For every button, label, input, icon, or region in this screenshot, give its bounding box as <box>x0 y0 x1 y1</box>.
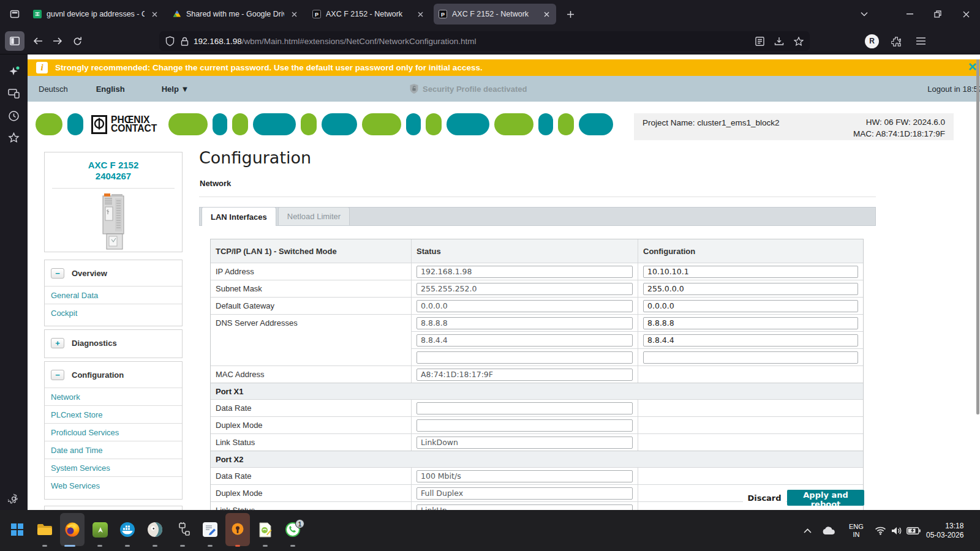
config-default-gateway-input[interactable] <box>643 300 858 312</box>
sidebar-link-web-services[interactable]: Web Services <box>45 476 182 494</box>
openvpn-icon[interactable] <box>225 513 250 546</box>
device-order-number: 2404267 <box>45 171 182 182</box>
circular-app-icon[interactable] <box>143 513 167 546</box>
sidebar-link-cockpit[interactable]: Cockpit <box>45 304 182 321</box>
extensions-puzzle-icon[interactable] <box>886 31 906 51</box>
status-dns-1-input[interactable] <box>417 317 633 329</box>
expand-toggle-icon[interactable]: + <box>51 338 64 348</box>
file-explorer-icon[interactable] <box>32 513 57 546</box>
status-ip-address-input[interactable] <box>417 266 633 278</box>
language-indicator[interactable]: ENGIN <box>849 510 864 551</box>
tracking-shield-icon[interactable] <box>165 36 175 47</box>
sidebar-link-proficloud-services[interactable]: Proficloud Services <box>45 423 182 441</box>
menu-hamburger-icon[interactable] <box>911 31 930 51</box>
url-host[interactable]: 192.168.1.98 <box>194 37 242 46</box>
sidebar-link-plcnext-store[interactable]: PLCnext Store <box>45 405 182 423</box>
tab-netload-limiter[interactable]: Netload Limiter <box>278 207 350 225</box>
status-x1-duplex-mode-input[interactable] <box>417 419 633 432</box>
overview-header[interactable]: − Overview <box>45 260 182 286</box>
banner-close-icon[interactable] <box>968 62 977 71</box>
diagnostics-header[interactable]: + Diagnostics <box>45 330 182 356</box>
back-button[interactable] <box>28 31 48 51</box>
status-subnet-mask-input[interactable] <box>417 283 633 295</box>
config-dns-3-input[interactable] <box>643 351 858 364</box>
status-x1-data-rate-input[interactable] <box>417 402 633 414</box>
start-button[interactable] <box>5 513 29 546</box>
row-label-dns-1: DNS Server Addresses <box>211 314 411 331</box>
reload-button[interactable] <box>67 31 87 51</box>
status-x2-data-rate-input[interactable] <box>417 470 633 482</box>
tab-close-icon[interactable] <box>289 9 299 19</box>
ai-chat-icon[interactable] <box>8 66 20 78</box>
sidebar-link-system-services[interactable]: System Services <box>45 459 182 476</box>
new-tab-button[interactable] <box>561 5 579 23</box>
settings-gear-icon[interactable] <box>8 493 20 504</box>
config-subnet-mask-input[interactable] <box>643 283 858 295</box>
restore-button[interactable] <box>924 2 952 26</box>
bookmark-star-icon[interactable] <box>794 37 804 46</box>
tab-close-icon[interactable] <box>415 9 425 19</box>
history-clock-icon[interactable] <box>8 110 20 122</box>
apply-and-reboot-button[interactable]: Apply and reboot <box>787 490 864 506</box>
tab-close-icon[interactable] <box>541 9 551 19</box>
configuration-header[interactable]: − Configuration <box>45 362 182 388</box>
blue-editor-icon[interactable] <box>198 513 222 546</box>
language-deutsch[interactable]: Deutsch <box>39 84 68 94</box>
tab-drive[interactable]: Shared with me - Google Drive <box>168 4 304 24</box>
docker-icon[interactable] <box>115 513 140 546</box>
sidebar-link-network[interactable]: Network <box>45 388 182 405</box>
bookmarks-star-icon[interactable] <box>8 132 20 143</box>
tab-close-icon[interactable] <box>149 9 159 19</box>
status-dns-2-input[interactable] <box>417 334 633 347</box>
config-cell-x2-data-rate <box>638 467 863 484</box>
language-english[interactable]: English <box>96 84 125 94</box>
sidebar-link-date-and-time[interactable]: Date and Time <box>45 441 182 459</box>
tab-sheets[interactable]: guvnl device ip addresses - Goo <box>28 4 164 24</box>
connection-lock-icon[interactable] <box>181 37 189 46</box>
logo-pill <box>406 113 421 135</box>
collapse-toggle-icon[interactable]: − <box>51 370 64 380</box>
sidebar-toggle-icon[interactable] <box>5 31 24 51</box>
save-page-icon[interactable] <box>774 37 784 46</box>
page-scrollbar[interactable] <box>976 59 979 414</box>
status-mac-address-input[interactable] <box>417 369 633 381</box>
tab-axc-network-1[interactable]: P AXC F 2152 - Network <box>307 4 430 24</box>
reader-mode-icon[interactable] <box>755 37 764 46</box>
tray-chevron-icon[interactable] <box>804 510 812 551</box>
wifi-icon[interactable] <box>875 510 886 551</box>
config-dns-2-input[interactable] <box>643 334 858 347</box>
collapse-toggle-icon[interactable]: − <box>51 268 64 279</box>
tab-lan-interfaces[interactable]: LAN Interfaces <box>202 207 276 226</box>
status-x2-duplex-mode-input[interactable] <box>417 487 633 500</box>
account-button[interactable]: R <box>865 34 879 48</box>
battery-icon[interactable] <box>907 510 921 551</box>
notepadpp-icon[interactable] <box>253 513 277 546</box>
tab-manager-icon[interactable] <box>5 4 24 24</box>
config-dns-1-input[interactable] <box>643 317 858 329</box>
status-default-gateway-input[interactable] <box>417 300 633 312</box>
status-dns-3-input[interactable] <box>417 351 633 364</box>
status-x2-link-status-input[interactable] <box>417 504 633 511</box>
clock-date[interactable]: 13:1805-03-2026 <box>926 510 963 551</box>
synced-tabs-icon[interactable] <box>8 88 20 99</box>
help-menu[interactable]: Help ▼ <box>162 84 189 94</box>
firefox-icon[interactable] <box>60 513 85 546</box>
url-path[interactable]: /wbm/Main.html#extensions/NetConf/Networ… <box>242 37 477 46</box>
minimize-button[interactable] <box>895 2 924 26</box>
status-x1-link-status-input[interactable] <box>417 437 633 449</box>
usb-device-icon[interactable] <box>170 513 195 546</box>
onedrive-cloud-icon[interactable] <box>822 510 835 551</box>
sidebar-link-general-data[interactable]: General Data <box>45 286 182 304</box>
tab-axc-network-2-active[interactable]: P AXC F 2152 - Network <box>434 4 556 24</box>
logout-countdown[interactable]: Logout in 18:52 <box>927 84 980 94</box>
handbrake-icon[interactable] <box>88 513 112 546</box>
close-window-button[interactable] <box>952 2 980 26</box>
url-bar[interactable]: 192.168.1.98/wbm/Main.html#extensions/Ne… <box>159 31 810 51</box>
list-all-tabs-icon[interactable] <box>850 2 878 26</box>
browser-tab-bar: guvnl device ip addresses - Goo Shared w… <box>0 0 980 28</box>
discard-button[interactable]: Discard <box>743 490 786 506</box>
whatsapp-icon[interactable]: 1 <box>281 513 305 546</box>
speaker-icon[interactable] <box>891 510 902 551</box>
forward-button[interactable] <box>48 31 67 51</box>
config-ip-address-input[interactable] <box>643 266 858 278</box>
